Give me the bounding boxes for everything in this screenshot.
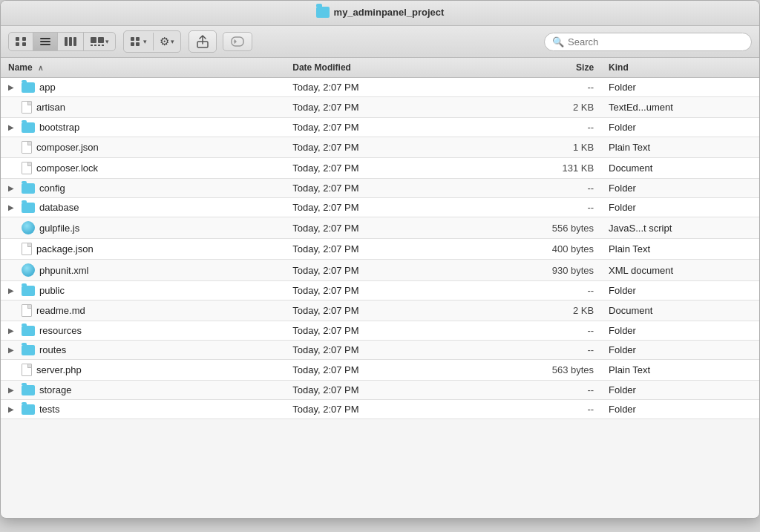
cell-date: Today, 2:07 PM: [285, 260, 506, 281]
arrange-button[interactable]: ▾: [124, 33, 154, 50]
expand-arrow-icon[interactable]: ▶: [8, 123, 17, 131]
cell-name[interactable]: ▶public: [1, 281, 285, 301]
cell-date: Today, 2:07 PM: [285, 137, 506, 158]
svg-rect-9: [73, 37, 76, 46]
folder-icon: [22, 82, 35, 93]
table-row[interactable]: ▶testsToday, 2:07 PM--Folder: [1, 400, 759, 419]
file-icon: [22, 364, 32, 376]
table-row[interactable]: ▶storageToday, 2:07 PM--Folder: [1, 381, 759, 400]
table-row[interactable]: ▶server.phpToday, 2:07 PM563 bytesPlain …: [1, 360, 759, 381]
table-row[interactable]: ▶publicToday, 2:07 PM--Folder: [1, 281, 759, 301]
header-date-modified[interactable]: Date Modified: [285, 58, 506, 78]
cell-name[interactable]: ▶gulpfile.js: [1, 217, 285, 239]
cell-kind: Document: [601, 158, 759, 179]
table-row[interactable]: ▶readme.mdToday, 2:07 PM2 KBDocument: [1, 301, 759, 321]
gear-button[interactable]: ⚙ ▾: [154, 31, 180, 52]
cell-kind: Folder: [601, 198, 759, 217]
cell-name[interactable]: ▶tests: [1, 400, 285, 419]
table-row[interactable]: ▶composer.jsonToday, 2:07 PM1 KBPlain Te…: [1, 137, 759, 158]
view-icons-button[interactable]: [9, 33, 33, 50]
header-size[interactable]: Size: [506, 58, 601, 78]
table-row[interactable]: ▶composer.lockToday, 2:07 PM131 KBDocume…: [1, 158, 759, 179]
cell-kind: JavaS...t script: [601, 217, 759, 239]
file-list-area[interactable]: Name ∧ Date Modified Size Kind ▶appToday…: [1, 58, 759, 518]
view-columns-button[interactable]: [58, 33, 84, 50]
svg-rect-8: [69, 37, 72, 46]
cell-name[interactable]: ▶readme.md: [1, 301, 285, 321]
back-button[interactable]: [223, 32, 252, 51]
table-row[interactable]: ▶package.jsonToday, 2:07 PM400 bytesPlai…: [1, 239, 759, 260]
folder-icon: [22, 326, 35, 336]
file-name: public: [39, 285, 65, 296]
cell-size: --: [506, 321, 601, 341]
expand-arrow-icon[interactable]: ▶: [8, 203, 17, 211]
cell-name[interactable]: ▶composer.lock: [1, 158, 285, 179]
file-name: phpunit.xml: [39, 265, 88, 276]
table-row[interactable]: ▶configToday, 2:07 PM--Folder: [1, 179, 759, 198]
cell-kind: Folder: [601, 400, 759, 419]
svg-rect-6: [40, 44, 50, 45]
table-row[interactable]: ▶appToday, 2:07 PM--Folder: [1, 78, 759, 97]
svg-rect-14: [98, 45, 100, 46]
cell-name[interactable]: ▶database: [1, 198, 285, 217]
title-folder-icon: [316, 7, 330, 18]
table-row[interactable]: ▶artisanToday, 2:07 PM2 KBTextEd...ument: [1, 97, 759, 118]
header-kind[interactable]: Kind: [601, 58, 759, 78]
cell-name[interactable]: ▶app: [1, 78, 285, 97]
cell-name[interactable]: ▶server.php: [1, 360, 285, 381]
search-box[interactable]: 🔍: [544, 33, 752, 51]
table-row[interactable]: ▶databaseToday, 2:07 PM--Folder: [1, 198, 759, 217]
header-name[interactable]: Name ∧: [1, 58, 285, 78]
expand-arrow-icon[interactable]: ▶: [8, 286, 17, 295]
cell-name[interactable]: ▶storage: [1, 381, 285, 400]
cell-name[interactable]: ▶package.json: [1, 239, 285, 260]
cell-name[interactable]: ▶composer.json: [1, 137, 285, 158]
cell-name[interactable]: ▶resources: [1, 321, 285, 341]
action-group: ▾ ⚙ ▾: [123, 30, 181, 53]
cell-size: 1 KB: [506, 137, 601, 158]
view-gallery-button[interactable]: ▾: [84, 33, 115, 50]
cell-date: Today, 2:07 PM: [285, 239, 506, 260]
svg-rect-1: [22, 37, 26, 41]
table-row[interactable]: ▶routesToday, 2:07 PM--Folder: [1, 341, 759, 360]
cell-name[interactable]: ▶phpunit.xml: [1, 260, 285, 281]
svg-rect-19: [136, 42, 140, 46]
cell-name[interactable]: ▶config: [1, 179, 285, 198]
expand-arrow-icon[interactable]: ▶: [8, 83, 17, 91]
view-list-button[interactable]: [33, 33, 58, 50]
table-row[interactable]: ▶phpunit.xmlToday, 2:07 PM930 bytesXML d…: [1, 260, 759, 281]
file-name: bootstrap: [39, 122, 79, 133]
table-row[interactable]: ▶bootstrapToday, 2:07 PM--Folder: [1, 118, 759, 137]
cell-date: Today, 2:07 PM: [285, 360, 506, 381]
folder-icon: [22, 286, 35, 296]
cell-kind: Folder: [601, 78, 759, 97]
folder-icon: [22, 203, 35, 213]
cell-date: Today, 2:07 PM: [285, 341, 506, 360]
cell-size: 563 bytes: [506, 360, 601, 381]
cell-kind: Plain Text: [601, 360, 759, 381]
cell-date: Today, 2:07 PM: [285, 381, 506, 400]
cell-date: Today, 2:07 PM: [285, 321, 506, 341]
cell-date: Today, 2:07 PM: [285, 400, 506, 419]
cell-kind: Plain Text: [601, 239, 759, 260]
search-input[interactable]: [568, 36, 744, 47]
expand-arrow-icon[interactable]: ▶: [8, 405, 17, 413]
titlebar: my_adminpanel_project: [1, 1, 759, 26]
file-name: readme.md: [36, 305, 85, 316]
table-row[interactable]: ▶gulpfile.jsToday, 2:07 PM556 bytesJavaS…: [1, 217, 759, 239]
cell-kind: Folder: [601, 321, 759, 341]
cell-name[interactable]: ▶bootstrap: [1, 118, 285, 137]
file-icon: [22, 141, 32, 154]
view-mode-group: ▾: [8, 32, 116, 51]
expand-arrow-icon[interactable]: ▶: [8, 184, 17, 192]
blue-dot-icon: [22, 263, 35, 277]
cell-name[interactable]: ▶artisan: [1, 97, 285, 118]
cell-name[interactable]: ▶routes: [1, 341, 285, 360]
share-button[interactable]: [189, 30, 217, 53]
folder-icon: [22, 404, 35, 415]
table-row[interactable]: ▶resourcesToday, 2:07 PM--Folder: [1, 321, 759, 341]
expand-arrow-icon[interactable]: ▶: [8, 346, 17, 354]
expand-arrow-icon[interactable]: ▶: [8, 386, 17, 394]
svg-rect-10: [91, 37, 96, 43]
expand-arrow-icon[interactable]: ▶: [8, 326, 17, 335]
